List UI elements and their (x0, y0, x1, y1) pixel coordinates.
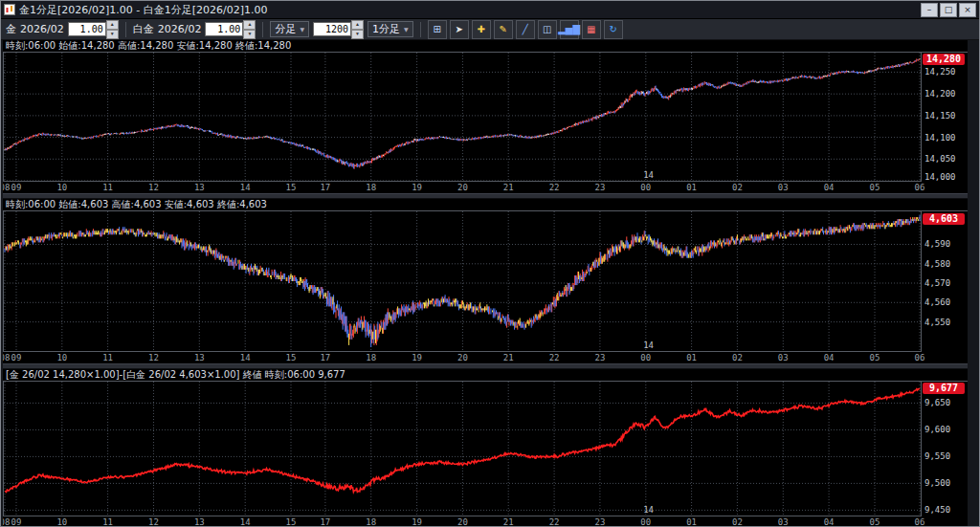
period-type-dropdown[interactable]: 分足 (270, 21, 309, 37)
x-axis-hour-label: 11 (101, 517, 115, 527)
window-title: 金1分足[2026/02]1.00 - 白金1分足[2026/02]1.00 (19, 3, 917, 17)
cursor-select-icon[interactable]: ➤ (450, 20, 469, 39)
gold-last-price-badge: 14,280 (923, 54, 965, 65)
x-axis-hour-label: 04 (822, 183, 835, 192)
maximize-button[interactable]: □ (940, 3, 957, 17)
y-axis-tick-label: 14,150 (924, 111, 956, 121)
pencil-draw-icon[interactable]: ✎ (494, 20, 513, 39)
gold-multiplier-up-button[interactable] (106, 20, 119, 30)
x-axis-hour-label: 22 (547, 183, 561, 192)
platinum-contract-label: 2026/02 (158, 23, 202, 35)
platinum-chart-plot[interactable]: 14 (3, 211, 922, 352)
x-axis-hour-label: 21 (501, 517, 515, 527)
x-axis-hour-label: 14 (238, 353, 252, 362)
x-axis-hour-label: 04 (822, 353, 835, 362)
x-axis-hour-label: 10 (56, 183, 69, 192)
x-axis-hour-label: 00 (639, 517, 653, 527)
x-axis-hour-label: 00 (639, 183, 653, 192)
x-axis-hour-label: 03 (776, 183, 790, 192)
new-chart-window-icon[interactable]: ⊞ (428, 20, 447, 39)
bar-count-up-button[interactable] (351, 20, 364, 30)
x-axis-hour-label: 14 (238, 517, 252, 527)
x-axis-hour-label: 20 (456, 353, 469, 362)
x-axis-hour-label: 15 (284, 183, 298, 192)
y-axis-tick-label: 14,200 (924, 89, 956, 99)
x-axis-hour-label: 19 (411, 353, 424, 362)
x-axis-hour-label: 13 (192, 183, 206, 192)
date-change-marker: 14 (643, 340, 654, 350)
x-axis-hour-label: 11 (101, 353, 115, 362)
chart-type-icon[interactable]: ◫ (538, 20, 557, 39)
x-axis-hour-label: 21 (501, 353, 515, 362)
x-axis-hour-label: 18 (365, 183, 378, 192)
hand-pan-icon[interactable]: ✚ (472, 20, 491, 39)
x-axis-hour-label: 03 (776, 353, 790, 362)
x-axis-hour-label: 09 (10, 353, 23, 362)
y-axis-tick-label: 9,600 (924, 425, 950, 434)
platinum-multiplier-input[interactable] (205, 22, 243, 36)
spread-chart-header: [金 26/02 14,280×1.00]-[白金 26/02 4,603×1.… (3, 369, 968, 382)
platinum-multiplier-up-button[interactable] (243, 20, 256, 30)
platinum-price-axis: 4,603 4,5904,5804,5704,5604,550 (922, 211, 968, 351)
x-axis-hour-label: 03 (776, 517, 790, 527)
spread-plot-svg (4, 382, 921, 516)
x-axis-hour-label: 10 (56, 353, 69, 362)
title-bar[interactable]: 金1分足[2026/02]1.00 - 白金1分足[2026/02]1.00 –… (1, 1, 979, 19)
spread-chart-plot[interactable]: 14 (3, 382, 922, 516)
gold-multiplier-input[interactable] (68, 22, 106, 36)
x-axis-hour-label: 19 (411, 517, 424, 527)
x-axis-hour-label: 18 (365, 517, 378, 527)
gold-contract-label: 2026/02 (20, 23, 64, 35)
bar-count-down-button[interactable] (351, 30, 364, 39)
gold-chart-plot[interactable]: 14 (3, 53, 922, 182)
x-axis-hour-label: 21 (501, 183, 515, 192)
toolbar: 金 2026/02 白金 2026/02 分足 (1, 19, 979, 40)
x-axis-hour-label: 02 (730, 517, 744, 527)
interval-value: 1分足 (372, 22, 400, 36)
spread-time-axis: 0809101112131415171819202122230001020304… (3, 516, 968, 527)
x-axis-hour-label: 23 (593, 353, 607, 362)
x-axis-hour-label: 15 (284, 353, 298, 362)
y-axis-tick-label: 4,590 (924, 239, 950, 249)
x-axis-hour-label: 15 (284, 517, 298, 527)
spread-chart-panel: [金 26/02 14,280×1.00]-[白金 26/02 4,603×1.… (3, 369, 968, 527)
close-button[interactable]: × (959, 3, 976, 17)
x-axis-hour-label: 06 (913, 183, 926, 192)
y-axis-tick-label: 14,250 (924, 67, 956, 77)
minimize-button[interactable]: – (921, 3, 938, 17)
y-axis-tick-label: 9,450 (924, 505, 950, 515)
x-axis-hour-label: 17 (319, 353, 332, 362)
x-axis-hour-label: 22 (547, 517, 561, 527)
indicator-histogram-icon[interactable]: ▂▅▇ (560, 20, 579, 39)
x-axis-hour-label: 12 (146, 353, 160, 362)
interval-dropdown[interactable]: 1分足 (368, 21, 413, 37)
grid-settings-icon[interactable]: ▦ (582, 20, 601, 39)
x-axis-hour-label: 05 (868, 353, 881, 362)
gold-time-axis: 0809101112131415171819202122230001020304… (3, 182, 968, 193)
spread-last-price-badge: 9,677 (923, 383, 965, 394)
platinum-last-price-badge: 4,603 (923, 213, 965, 225)
bar-count-input[interactable] (313, 22, 351, 36)
x-axis-hour-label: 09 (10, 517, 23, 527)
gold-price-axis: 14,280 14,25014,20014,15014,10014,05014,… (922, 53, 968, 181)
trendline-tool-icon[interactable]: ╱ (516, 20, 535, 39)
x-axis-hour-label: 18 (365, 353, 378, 362)
y-axis-tick-label: 4,580 (924, 259, 950, 269)
x-axis-hour-label: 02 (730, 353, 744, 362)
app-icon (4, 4, 15, 15)
toolbar-icons: ⊞➤✚✎╱◫▂▅▇▦↻ (428, 20, 623, 39)
platinum-chart-panel: 時刻:06:00 始値:4,603 高値:4,603 安値:4,603 終値:4… (3, 199, 968, 363)
toolbar-separator (125, 22, 126, 37)
platinum-multiplier-down-button[interactable] (243, 30, 256, 39)
date-change-marker: 14 (643, 505, 654, 515)
x-axis-hour-label: 17 (319, 517, 332, 527)
x-axis-hour-label: 05 (868, 517, 881, 527)
platinum-plot-svg (4, 211, 921, 351)
y-axis-tick-label: 9,650 (924, 398, 950, 407)
x-axis-hour-label: 12 (146, 517, 160, 527)
gold-multiplier-down-button[interactable] (106, 30, 119, 39)
toolbar-separator (420, 22, 421, 37)
x-axis-hour-label: 09 (10, 183, 23, 192)
gold-chart-header: 時刻:06:00 始値:14,280 高値:14,280 安値:14,280 終… (3, 40, 968, 53)
refresh-icon[interactable]: ↻ (604, 20, 623, 39)
